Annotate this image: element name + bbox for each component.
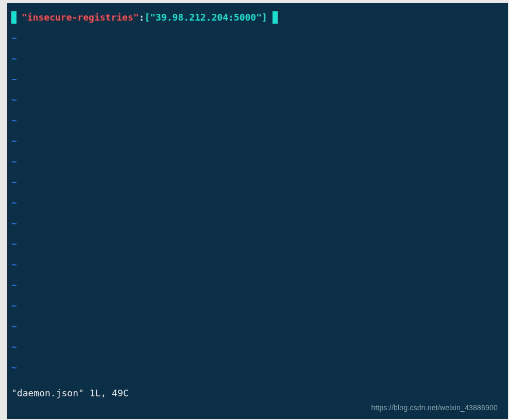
empty-line: ~ bbox=[11, 28, 508, 48]
code-line-1[interactable]: { "insecure-registries" : [ "39.98.212.2… bbox=[11, 7, 508, 28]
empty-line: ~ bbox=[11, 90, 508, 110]
empty-line: ~ bbox=[11, 151, 508, 172]
array-close: ] bbox=[262, 7, 267, 28]
empty-line: ~ bbox=[11, 213, 508, 234]
colon: : bbox=[139, 7, 145, 28]
empty-line: ~ bbox=[11, 234, 508, 254]
empty-line: ~ bbox=[11, 337, 508, 357]
watermark-text: https://blog.csdn.net/weixin_43886900 bbox=[371, 404, 498, 412]
json-key: "insecure-registries" bbox=[22, 7, 139, 28]
empty-line: ~ bbox=[11, 316, 508, 337]
terminal-editor[interactable]: { "insecure-registries" : [ "39.98.212.2… bbox=[7, 3, 508, 419]
empty-line: ~ bbox=[11, 48, 508, 69]
empty-line: ~ bbox=[11, 110, 508, 131]
empty-line: ~ bbox=[11, 69, 508, 90]
empty-line: ~ bbox=[11, 172, 508, 192]
empty-line: ~ bbox=[11, 275, 508, 295]
array-open: [ bbox=[144, 7, 150, 28]
empty-line: ~ bbox=[11, 357, 508, 378]
cursor-start bbox=[11, 11, 16, 24]
status-line: "daemon.json" 1L, 49C bbox=[11, 388, 129, 398]
cursor-end bbox=[273, 11, 278, 24]
json-value: "39.98.212.204:5000" bbox=[150, 7, 262, 28]
empty-line: ~ bbox=[11, 192, 508, 213]
empty-line: ~ bbox=[11, 295, 508, 316]
editor-content[interactable]: { "insecure-registries" : [ "39.98.212.2… bbox=[7, 3, 508, 378]
empty-lines: ~~~~~~~~~~~~~~~~~ bbox=[11, 28, 508, 378]
empty-line: ~ bbox=[11, 254, 508, 275]
empty-line: ~ bbox=[11, 131, 508, 151]
